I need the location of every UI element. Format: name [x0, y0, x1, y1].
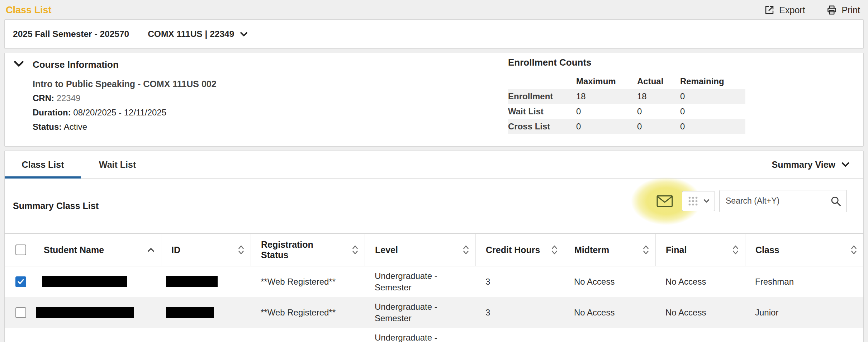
redacted-student-id — [166, 276, 218, 287]
class-cell: Freshman — [745, 277, 863, 287]
tools-menu-button[interactable] — [682, 191, 715, 211]
list-toolbar: Summary Class List — [5, 179, 863, 233]
topbar-actions: Export Print — [764, 5, 860, 15]
duration-label: Duration: — [33, 108, 71, 117]
enrollment-row: Enrollment 18 18 0 — [508, 89, 745, 104]
duration-value: 08/20/2025 - 12/11/2025 — [73, 108, 166, 117]
redacted-student-name — [42, 276, 127, 287]
chevron-down-icon — [841, 162, 850, 167]
col-remaining: Remaining — [680, 76, 745, 86]
export-label: Export — [779, 5, 805, 15]
column-header-registration-status[interactable]: Registration Status — [251, 234, 365, 266]
tab-wait-list[interactable]: Wait List — [81, 151, 154, 178]
column-header-final[interactable]: Final — [655, 234, 745, 266]
collapse-course-info-button[interactable] — [14, 61, 24, 67]
email-button[interactable] — [652, 190, 678, 212]
row-checkbox[interactable] — [15, 276, 26, 287]
chevron-down-icon — [240, 32, 248, 37]
column-label: ID — [171, 245, 180, 255]
select-all-cell — [5, 234, 34, 266]
crn-label: CRN: — [33, 93, 54, 103]
search-box — [719, 190, 847, 212]
row-remaining: 0 — [680, 91, 745, 101]
vertical-divider — [431, 77, 431, 140]
class-cell: Junior — [745, 308, 863, 318]
tab-class-list[interactable]: Class List — [5, 151, 81, 178]
enrollment-counts-heading: Enrollment Counts — [508, 54, 745, 70]
envelope-icon — [656, 195, 673, 207]
crn-value: 22349 — [57, 93, 81, 103]
redacted-student-id — [166, 307, 214, 318]
column-header-midterm[interactable]: Midterm — [564, 234, 655, 266]
row-maximum: 0 — [576, 122, 637, 132]
column-header-class[interactable]: Class — [745, 234, 863, 266]
view-mode-selector[interactable]: Summary View — [772, 151, 850, 178]
table-header-row: Student Name ID Registration Status — [5, 233, 863, 266]
apps-grid-icon — [687, 195, 699, 207]
student-id-cell — [161, 307, 251, 318]
row-actual: 0 — [637, 122, 680, 132]
export-button[interactable]: Export — [764, 5, 805, 15]
table-row: **Web Registered** Undergraduate - Semes… — [5, 297, 863, 328]
column-label: Final — [666, 245, 687, 255]
cross-list-row: Cross List 0 0 0 — [508, 119, 745, 134]
course-info-heading: Course Information — [33, 57, 119, 72]
column-header-student-name[interactable]: Student Name — [34, 234, 161, 266]
status-line: Status: Active — [33, 120, 217, 134]
column-header-id[interactable]: ID — [161, 234, 251, 266]
course-selector-label: COMX 111US | 22349 — [148, 29, 234, 39]
course-info-panel: Course Information Intro to Public Speak… — [4, 53, 864, 147]
row-checkbox[interactable] — [15, 307, 26, 318]
duration-line: Duration: 08/20/2025 - 12/11/2025 — [33, 105, 217, 120]
class-list-panel: Class List Wait List Summary View Summar… — [4, 151, 864, 342]
level-cell: Undergraduate - Semester — [365, 332, 475, 342]
row-label: Cross List — [508, 122, 576, 132]
sort-icon — [551, 244, 558, 255]
student-name-cell — [34, 307, 161, 318]
sort-icon — [463, 244, 469, 255]
search-icon[interactable] — [830, 196, 846, 206]
status-value: Active — [64, 122, 87, 132]
sort-ascending-icon — [147, 248, 155, 252]
final-cell: No Access — [655, 308, 745, 318]
midterm-cell: No Access — [564, 308, 655, 318]
export-icon — [764, 5, 775, 15]
wait-list-row: Wait List 0 0 0 — [508, 104, 745, 119]
print-button[interactable]: Print — [826, 5, 860, 15]
course-details: Intro to Public Speaking - COMX 111US 00… — [33, 77, 217, 134]
col-maximum: Maximum — [576, 76, 637, 86]
row-select-cell — [5, 276, 34, 287]
term-label: 2025 Fall Semester - 202570 — [13, 29, 129, 39]
row-label: Enrollment — [508, 91, 576, 101]
credit-hours-cell: 3 — [475, 308, 564, 318]
column-label: Student Name — [44, 245, 104, 255]
list-heading: Summary Class List — [13, 201, 99, 211]
chevron-down-icon — [14, 61, 24, 67]
table-row: **Web Registered** Undergraduate - Semes… — [5, 266, 863, 297]
registration-status-cell: **Web Registered** — [251, 308, 365, 318]
column-header-level[interactable]: Level — [365, 234, 475, 266]
search-input[interactable] — [720, 196, 830, 206]
view-mode-label: Summary View — [772, 160, 835, 170]
row-maximum: 0 — [576, 106, 637, 117]
student-table: Student Name ID Registration Status — [5, 233, 863, 342]
select-all-checkbox[interactable] — [15, 244, 26, 255]
registration-status-cell: **Web Registered** — [251, 277, 365, 287]
column-header-credit-hours[interactable]: Credit Hours — [475, 234, 564, 266]
course-selector[interactable]: COMX 111US | 22349 — [148, 29, 248, 39]
row-select-cell — [5, 307, 34, 318]
row-actual: 18 — [637, 91, 680, 101]
crn-line: CRN: 22349 — [33, 91, 217, 105]
term-bar: 2025 Fall Semester - 202570 COMX 111US |… — [4, 19, 864, 49]
row-remaining: 0 — [680, 106, 745, 117]
tab-class-list-label: Class List — [22, 160, 64, 170]
course-title: Intro to Public Speaking - COMX 111US 00… — [33, 77, 217, 91]
print-label: Print — [842, 5, 860, 15]
page-title: Class List — [6, 5, 52, 16]
col-actual: Actual — [637, 76, 680, 86]
check-icon — [18, 279, 24, 284]
tab-wait-list-label: Wait List — [99, 160, 136, 170]
column-label: Class — [755, 245, 779, 255]
column-label: Credit Hours — [486, 245, 540, 255]
tabs-row: Class List Wait List Summary View — [5, 151, 863, 179]
